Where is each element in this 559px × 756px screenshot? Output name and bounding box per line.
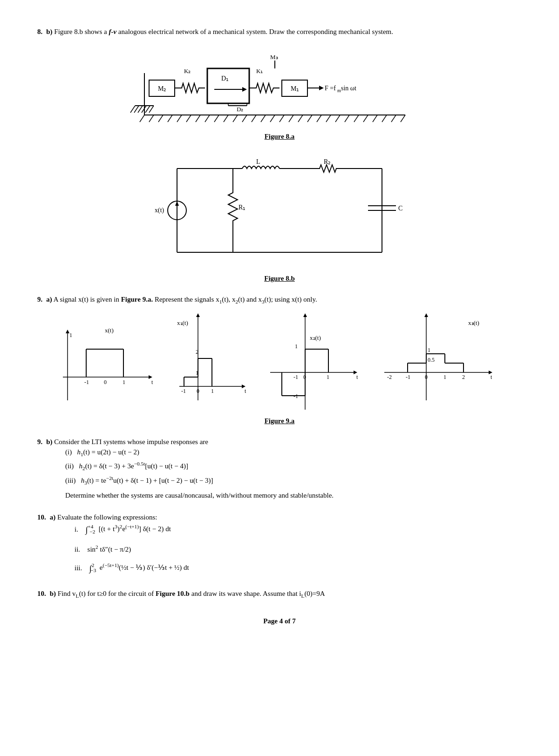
- q10a-i-label: i.: [75, 522, 78, 536]
- svg-line-55: [363, 115, 368, 122]
- svg-text:2: 2: [462, 374, 465, 380]
- q8-text1: Figure 8.b shows a f-v analogous electri…: [54, 28, 393, 35]
- q9b-sub-questions: (i) h1(t) = u(2t) − u(t − 2) (ii) h2(t) …: [65, 446, 522, 487]
- svg-text:x(t): x(t): [155, 207, 164, 214]
- svg-line-46: [280, 115, 284, 122]
- svg-line-7: [149, 106, 154, 113]
- svg-text:0: 0: [104, 379, 107, 385]
- figure-8a-svg: M₂ K₂ D₁ M₃ K₁ D₂: [116, 45, 443, 129]
- svg-marker-86: [149, 375, 152, 379]
- q8-part: b) Figure 8.b shows a f-v analogous elec…: [46, 28, 393, 36]
- q8-number: 8.: [37, 28, 42, 36]
- q9b-header: 9. b) Consider the LTI systems whose imp…: [37, 438, 522, 446]
- page-number: Page 4 of 7: [37, 617, 522, 625]
- q10b-header: 10. b) Find vL(t) for t≥0 for the circui…: [37, 590, 522, 599]
- q10a-ii: ii. sin2 tδ″(t − π/2): [75, 542, 522, 556]
- svg-text:-1: -1: [406, 374, 410, 380]
- svg-marker-130: [424, 313, 428, 317]
- svg-text:1: 1: [443, 374, 446, 380]
- q9a-text: a) A signal x(t) is given in Figure 9.a.…: [46, 296, 317, 304]
- svg-line-48: [298, 115, 303, 122]
- svg-text:1: 1: [211, 388, 214, 394]
- svg-text:1: 1: [123, 379, 125, 385]
- question-9a: 9. a) A signal x(t) is given in Figure 9…: [37, 296, 522, 425]
- svg-text:0: 0: [425, 374, 428, 380]
- graphs-row: x(t) t 1 -1 0 1 x₁(t): [37, 312, 522, 410]
- q9b-content: b) Consider the LTI systems whose impuls…: [46, 438, 208, 446]
- svg-line-43: [252, 115, 256, 122]
- svg-line-37: [196, 115, 200, 122]
- q9b-number: 9.: [37, 438, 42, 446]
- svg-text:1: 1: [196, 370, 198, 376]
- svg-marker-68: [175, 201, 179, 206]
- figure-8b-svg: x(t) R₁ L R₂: [140, 150, 419, 271]
- svg-text:x₁(t): x₁(t): [177, 319, 188, 326]
- svg-text:0.5: 0.5: [428, 357, 435, 363]
- svg-text:0: 0: [197, 388, 199, 394]
- svg-text:-1: -1: [293, 393, 298, 399]
- svg-text:-1: -1: [181, 388, 186, 394]
- svg-text:x₂(t): x₂(t): [310, 334, 321, 341]
- x3t-graph: x₃(t) t 1 0.5: [380, 312, 496, 410]
- svg-line-49: [307, 115, 312, 122]
- svg-text:M₃: M₃: [270, 54, 278, 61]
- q10a-text: a) Evaluate the following expressions:: [50, 513, 157, 521]
- svg-text:x(t): x(t): [105, 327, 114, 334]
- svg-marker-84: [66, 330, 69, 333]
- svg-text:M₂: M₂: [158, 85, 166, 92]
- svg-text:sin ωt: sin ωt: [341, 85, 356, 92]
- q10a-expressions: i. ∫+4−2 [(t + t3)2e(−t+1)] δ(t − 2) dt …: [75, 521, 522, 577]
- svg-line-32: [149, 115, 154, 122]
- svg-line-51: [326, 115, 331, 122]
- q9a-number: 9.: [37, 296, 42, 304]
- svg-line-45: [270, 115, 275, 122]
- page-content: 8. b) Figure 8.b shows a f-v analogous e…: [37, 28, 522, 625]
- svg-line-31: [140, 115, 144, 122]
- svg-text:1: 1: [327, 374, 329, 380]
- svg-line-52: [335, 115, 340, 122]
- svg-line-35: [177, 115, 182, 122]
- svg-text:-1: -1: [84, 379, 89, 385]
- q9a-header: 9. a) A signal x(t) is given in Figure 9…: [37, 296, 522, 304]
- q10b-number: 10.: [37, 590, 46, 599]
- svg-marker-14: [242, 87, 247, 92]
- q10b-text: b) Find vL(t) for t≥0 for the circuit of…: [50, 590, 325, 599]
- svg-marker-113: [303, 313, 307, 317]
- svg-line-57: [382, 115, 387, 122]
- q9b-i: (i) h1(t) = u(2t) − u(t − 2): [65, 446, 522, 459]
- svg-text:m: m: [337, 88, 341, 93]
- svg-text:D₂: D₂: [237, 106, 243, 113]
- q10a-header: 10. a) Evaluate the following expression…: [37, 513, 522, 521]
- svg-line-34: [168, 115, 172, 122]
- q10a-ii-label: ii.: [75, 542, 80, 556]
- svg-text:L: L: [256, 158, 260, 165]
- svg-line-59: [401, 115, 405, 122]
- svg-line-2: [130, 106, 135, 113]
- svg-line-47: [289, 115, 293, 122]
- svg-text:K₂: K₂: [184, 68, 191, 74]
- svg-text:F =f: F =f: [325, 85, 336, 92]
- svg-line-33: [158, 115, 163, 122]
- svg-line-36: [186, 115, 191, 122]
- svg-text:t: t: [491, 374, 492, 380]
- svg-line-56: [373, 115, 377, 122]
- svg-marker-25: [319, 86, 324, 90]
- svg-line-6: [145, 106, 150, 113]
- svg-line-39: [214, 115, 219, 122]
- svg-line-40: [224, 115, 228, 122]
- q9b-determine: Determine whether the systems are causal…: [65, 490, 522, 501]
- svg-line-50: [317, 115, 321, 122]
- question-9b: 9. b) Consider the LTI systems whose imp…: [37, 438, 522, 500]
- svg-text:C: C: [398, 205, 402, 212]
- svg-text:t: t: [151, 379, 153, 385]
- q10a-i: i. ∫+4−2 [(t + t3)2e(−t+1)] δ(t − 2) dt: [75, 521, 522, 538]
- q10a-iii-label: iii.: [75, 561, 82, 575]
- svg-text:t: t: [245, 388, 246, 394]
- q8-part-b: b): [46, 28, 52, 35]
- question-10a: 10. a) Evaluate the following expression…: [37, 513, 522, 577]
- q9b-ii: (ii) h2(t) = δ(t − 3) + 3e−0.5t[u(t) − u…: [65, 459, 522, 473]
- svg-text:-2: -2: [387, 374, 392, 380]
- svg-line-38: [205, 115, 210, 122]
- figure-8b-container: x(t) R₁ L R₂: [37, 150, 522, 283]
- svg-line-53: [345, 115, 349, 122]
